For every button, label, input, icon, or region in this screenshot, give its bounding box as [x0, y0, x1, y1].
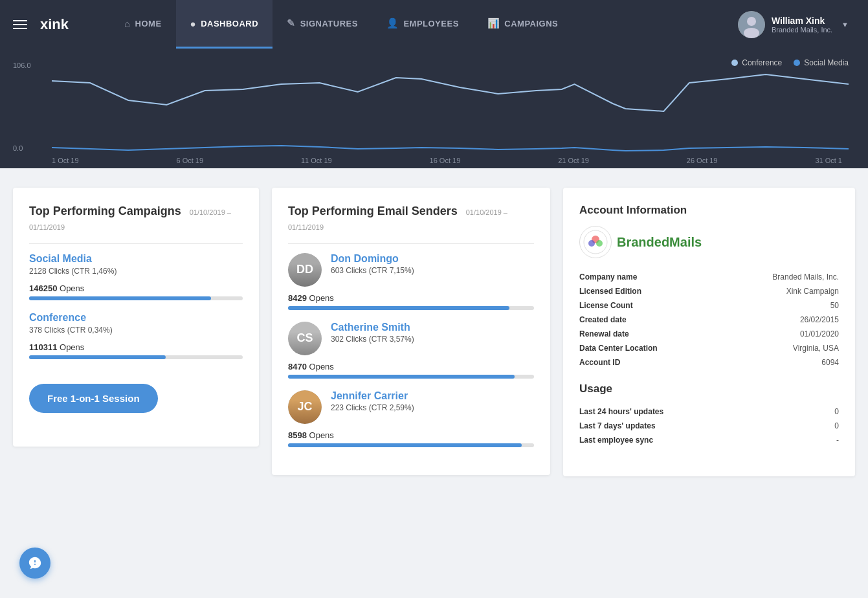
campaigns-icon: 📊	[487, 17, 500, 29]
usage-label: Last employee sync	[579, 433, 722, 447]
info-value: 6094	[722, 355, 839, 370]
sender-name-0[interactable]: Don Domingo	[331, 253, 534, 265]
main-content: Top Performing Campaigns 01/10/2019 – 01…	[0, 168, 868, 496]
campaign-name-1[interactable]: Conference	[29, 312, 86, 323]
nav-employees[interactable]: 👤 EMPLOYEES	[372, 0, 473, 49]
sender-avatar-0: DD	[288, 253, 322, 287]
progress-bar-fill-0	[29, 296, 211, 300]
info-label: Created date	[579, 313, 722, 327]
account-info-row: Renewal date01/01/2020	[579, 327, 839, 341]
account-logo	[579, 226, 612, 258]
info-label: Renewal date	[579, 327, 722, 341]
sender-progress-wrap-0	[288, 306, 534, 310]
sender-name-1[interactable]: Catherine Smith	[331, 322, 534, 333]
account-info-row: Licensed EditionXink Campaign	[579, 284, 839, 298]
sender-progress-fill-1	[288, 375, 515, 379]
sender-progress-fill-0	[288, 306, 509, 310]
info-label: Company name	[579, 270, 722, 284]
sender-item-1: CS Catherine Smith 302 Clicks (CTR 3,57%…	[288, 322, 534, 379]
svg-point-2	[744, 28, 759, 38]
info-value: 01/01/2020	[722, 327, 839, 341]
sender-clicks-2: 223 Clicks (CTR 2,59%)	[331, 403, 534, 412]
account-card-title: Account Information	[579, 204, 839, 217]
info-label: Licensed Edition	[579, 284, 722, 298]
campaign-name-0[interactable]: Social Media	[29, 253, 92, 264]
info-value: Branded Mails, Inc.	[722, 270, 839, 284]
usage-value: -	[722, 433, 839, 447]
sender-info-2: Jennifer Carrier 223 Clicks (CTR 2,59%)	[331, 390, 534, 412]
campaign-clicks-1: 378 Clicks (CTR 0,34%)	[29, 326, 243, 335]
chat-icon	[28, 556, 42, 570]
navbar: xink ⌂ HOME ● DASHBOARD ✎ SIGNATURES 👤 E…	[0, 0, 868, 49]
brand-logo[interactable]: xink	[13, 16, 91, 33]
info-label: Account ID	[579, 355, 722, 370]
dashboard-icon: ●	[190, 18, 197, 29]
progress-bar-fill-1	[29, 355, 166, 359]
nav-home[interactable]: ⌂ HOME	[110, 0, 176, 49]
usage-table: Last 24 hours' updates0Last 7 days' upda…	[579, 404, 839, 447]
brand-name: xink	[40, 16, 69, 33]
account-logo-wrap: BrandedMails	[579, 226, 839, 258]
sender-progress-wrap-1	[288, 375, 534, 379]
chat-button[interactable]	[19, 548, 50, 579]
signatures-icon: ✎	[287, 17, 296, 29]
nav-campaigns[interactable]: 📊 CAMPAIGNS	[473, 0, 572, 49]
senders-card-title: Top Performing Email Senders 01/10/2019 …	[288, 204, 534, 234]
chart-y-axis: 106.0 0.0	[13, 61, 31, 152]
info-value: 26/02/2015	[722, 313, 839, 327]
hamburger-menu[interactable]	[13, 20, 27, 29]
campaign-item-1: Conference 378 Clicks (CTR 0,34%) 110311…	[29, 312, 243, 359]
usage-value: 0	[722, 419, 839, 433]
senders-card: Top Performing Email Senders 01/10/2019 …	[272, 188, 550, 475]
sender-avatar-1: CS	[288, 322, 322, 355]
campaign-clicks-0: 2128 Clicks (CTR 1,46%)	[29, 267, 243, 276]
campaign-item-0: Social Media 2128 Clicks (CTR 1,46%) 146…	[29, 253, 243, 300]
usage-value: 0	[722, 404, 839, 419]
svg-point-6	[588, 240, 595, 247]
account-info-row: Account ID6094	[579, 355, 839, 370]
sender-clicks-1: 302 Clicks (CTR 3,57%)	[331, 335, 534, 344]
sender-opens-0: 8429 Opens	[288, 293, 534, 303]
usage-row: Last 7 days' updates0	[579, 419, 839, 433]
campaign-opens-0: 146250 Opens	[29, 283, 243, 293]
info-label: Data Center Location	[579, 341, 722, 355]
employees-icon: 👤	[386, 17, 399, 29]
usage-title: Usage	[579, 382, 839, 395]
account-brand-name: BrandedMails	[617, 235, 702, 250]
info-value: 50	[722, 298, 839, 313]
cta-session-button[interactable]: Free 1-on-1 Session	[29, 384, 158, 413]
svg-point-1	[747, 17, 756, 26]
user-menu[interactable]: William Xink Branded Mails, Inc. ▼	[731, 11, 855, 38]
info-label: License Count	[579, 298, 722, 313]
account-info-row: Created date26/02/2015	[579, 313, 839, 327]
chart-x-axis: 1 Oct 19 6 Oct 19 11 Oct 19 16 Oct 19 21…	[52, 157, 849, 164]
usage-label: Last 7 days' updates	[579, 419, 722, 433]
sender-opens-1: 8470 Opens	[288, 362, 534, 371]
user-avatar	[738, 11, 765, 38]
sender-avatar-2: JC	[288, 390, 322, 424]
account-info-row: Data Center LocationVirginia, USA	[579, 341, 839, 355]
chart-canvas	[52, 65, 849, 155]
account-card: Account Information BrandedMails Company…	[563, 188, 855, 476]
user-chevron-icon: ▼	[841, 21, 849, 28]
user-company: Branded Mails, Inc.	[772, 26, 832, 34]
user-name: William Xink	[772, 16, 832, 26]
usage-label: Last 24 hours' updates	[579, 404, 722, 419]
sender-clicks-0: 603 Clicks (CTR 7,15%)	[331, 266, 534, 275]
nav-signatures[interactable]: ✎ SIGNATURES	[273, 0, 372, 49]
campaigns-card: Top Performing Campaigns 01/10/2019 – 01…	[13, 188, 259, 447]
progress-bar-wrap-1	[29, 355, 243, 359]
sender-progress-fill-2	[288, 443, 522, 447]
account-info-row: Company nameBranded Mails, Inc.	[579, 270, 839, 284]
nav-items: ⌂ HOME ● DASHBOARD ✎ SIGNATURES 👤 EMPLOY…	[110, 0, 731, 49]
campaign-opens-1: 110311 Opens	[29, 342, 243, 352]
sender-progress-wrap-2	[288, 443, 534, 447]
sender-item-2: JC Jennifer Carrier 223 Clicks (CTR 2,59…	[288, 390, 534, 447]
campaigns-card-title: Top Performing Campaigns 01/10/2019 – 01…	[29, 204, 243, 234]
sender-name-2[interactable]: Jennifer Carrier	[331, 390, 534, 402]
chart-section: Conference Social Media 106.0 0.0 1 Oct …	[0, 49, 868, 168]
nav-dashboard[interactable]: ● DASHBOARD	[176, 0, 273, 49]
info-value: Xink Campaign	[722, 284, 839, 298]
sender-item-0: DD Don Domingo 603 Clicks (CTR 7,15%) 84…	[288, 253, 534, 310]
sender-info-0: Don Domingo 603 Clicks (CTR 7,15%)	[331, 253, 534, 275]
